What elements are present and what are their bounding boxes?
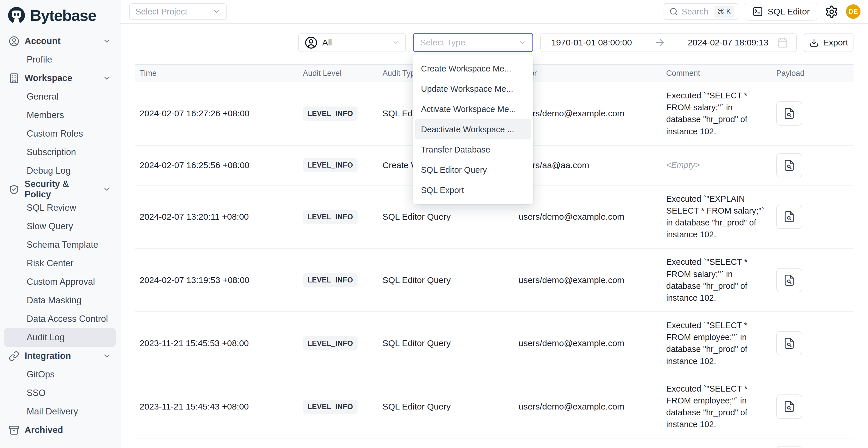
sidebar-item-sql-review[interactable]: SQL Review — [4, 198, 116, 217]
export-label: Export — [823, 38, 848, 47]
payload-view-button[interactable] — [776, 268, 802, 292]
brand-name: Bytebase — [30, 6, 96, 24]
payload-view-button[interactable] — [776, 153, 802, 178]
cell-actor: users/demo@example.com — [519, 402, 666, 412]
audit-level-badge: LEVEL_INFO — [303, 273, 358, 287]
sidebar-item-profile[interactable]: Profile — [4, 50, 116, 69]
cell-actor: users/demo@example.com — [519, 275, 666, 285]
type-filter-placeholder: Select Type — [420, 38, 465, 47]
sql-editor-button[interactable]: SQL Editor — [745, 3, 817, 21]
avatar-initials: DE — [848, 8, 858, 15]
sidebar-section-workspace[interactable]: Workspace — [4, 69, 116, 87]
cell-time: 2023-11-21 15:45:43 +08:00 — [135, 402, 303, 412]
payload-view-button[interactable] — [776, 446, 802, 448]
sql-editor-label: SQL Editor — [768, 7, 810, 17]
payload-view-button[interactable] — [776, 331, 802, 355]
sidebar-section-security-policy[interactable]: Security & Policy — [4, 180, 116, 198]
sidebar-item-general[interactable]: General — [4, 87, 116, 106]
payload-view-button[interactable] — [776, 394, 802, 419]
user-circle-icon — [305, 36, 318, 49]
cell-time: 2023-11-21 15:45:53 +08:00 — [135, 338, 303, 348]
cell-time: 2024-02-07 16:25:56 +08:00 — [135, 160, 303, 170]
column-header-audit-level: Audit Level — [303, 69, 382, 78]
audit-level-badge: LEVEL_INFO — [303, 210, 358, 224]
cell-actor: users/demo@example.com — [519, 108, 666, 118]
project-select-label: Select Project — [135, 7, 187, 17]
search-input[interactable]: Search ⌘ K — [663, 3, 738, 20]
cell-comment: Executed `"SELECT * FROM employee;"` in … — [666, 320, 776, 367]
cell-comment: Executed `"SELECT * FROM employee;"` in … — [666, 383, 776, 430]
cell-audit-type: SQL Editor Query — [382, 338, 519, 348]
sidebar-nav: AccountProfileWorkspaceGeneralMembersCus… — [0, 31, 120, 439]
chevron-down-icon — [102, 37, 111, 45]
sidebar-item-risk-center[interactable]: Risk Center — [4, 254, 116, 273]
sidebar-item-data-access-control[interactable]: Data Access Control — [4, 310, 116, 328]
cell-actor: users/aa@aa.com — [519, 160, 666, 170]
cell-comment: <Empty> — [666, 159, 776, 171]
sidebar-item-data-masking[interactable]: Data Masking — [4, 291, 116, 310]
column-header-comment: Comment — [666, 69, 776, 78]
type-option[interactable]: Deactivate Workspace ... — [415, 119, 531, 139]
payload-view-button[interactable] — [776, 204, 802, 229]
search-placeholder: Search — [682, 7, 708, 17]
table-row: 2024-02-07 13:19:53 +08:00LEVEL_INFOSQL … — [135, 249, 854, 312]
sidebar-section-integration[interactable]: Integration — [4, 347, 116, 365]
type-option[interactable]: Transfer Database — [415, 139, 531, 160]
search-shortcut-badge: ⌘ K — [714, 5, 735, 18]
table-row: 2023-11-21 15:45:43 +08:00LEVEL_INFOSQL … — [135, 375, 854, 439]
cell-audit-type: SQL Editor Query — [382, 212, 519, 222]
chevron-down-icon — [102, 74, 111, 83]
file-search-icon — [783, 211, 795, 223]
sidebar-item-slow-query[interactable]: Slow Query — [4, 217, 116, 235]
sidebar-item-audit-log[interactable]: Audit Log — [4, 328, 116, 347]
sidebar-item-sso[interactable]: SSO — [4, 384, 116, 402]
audit-level-badge: LEVEL_INFO — [303, 400, 358, 414]
sidebar-item-custom-roles[interactable]: Custom Roles — [4, 124, 116, 143]
chevron-down-icon — [102, 185, 111, 194]
audit-level-badge: LEVEL_INFO — [303, 336, 358, 350]
payload-view-button[interactable] — [776, 101, 802, 126]
empty-comment: <Empty> — [666, 160, 700, 169]
download-icon — [809, 38, 819, 47]
app-logo[interactable]: Bytebase — [0, 0, 120, 31]
avatar[interactable]: DE — [846, 4, 861, 19]
type-option[interactable]: Update Workspace Me... — [415, 79, 531, 99]
sidebar-section-label: Archived — [25, 425, 63, 435]
bytebase-logo-icon — [7, 6, 26, 24]
sidebar-item-schema-template[interactable]: Schema Template — [4, 235, 116, 254]
type-filter-select[interactable]: Select Type — [413, 33, 533, 52]
sidebar-item-mail-delivery[interactable]: Mail Delivery — [4, 402, 116, 421]
column-header-actor: Actor — [519, 69, 666, 78]
sidebar-section-label: Integration — [25, 351, 71, 361]
sidebar-item-debug-log[interactable]: Debug Log — [4, 161, 116, 180]
sidebar-item-subscription[interactable]: Subscription — [4, 143, 116, 161]
date-range-picker[interactable]: 1970-01-01 08:00:00 2024-02-07 18:09:13 — [540, 33, 797, 52]
export-button[interactable]: Export — [804, 33, 854, 52]
actor-filter-select[interactable]: All — [298, 33, 406, 52]
cell-actor: users/demo@example.com — [519, 338, 666, 348]
sidebar-section-label: Account — [25, 36, 61, 46]
sidebar-section-archived[interactable]: Archived — [4, 421, 116, 439]
type-option[interactable]: Create Workspace Me... — [415, 59, 531, 79]
type-option[interactable]: SQL Editor Query — [415, 160, 531, 180]
table-row: 2023-11-04 22:48:30 +08:00LEVEL_INFOCrea… — [135, 439, 854, 448]
audit-log-page: All Select Type 1970-01-01 08:00:00 2024… — [120, 24, 868, 448]
project-select[interactable]: Select Project — [129, 3, 227, 20]
table-row: 2023-11-21 15:45:53 +08:00LEVEL_INFOSQL … — [135, 312, 854, 375]
audit-level-badge: LEVEL_INFO — [303, 106, 358, 121]
terminal-icon — [752, 6, 763, 17]
sidebar-section-account[interactable]: Account — [4, 32, 116, 50]
cell-time: 2024-02-07 13:20:11 +08:00 — [135, 212, 303, 222]
cell-comment: Executed `"SELECT * FROM salary;"` in da… — [666, 90, 776, 137]
cell-audit-type: SQL Editor Query — [382, 402, 519, 412]
link-icon — [9, 351, 20, 361]
cell-time: 2024-02-07 16:27:26 +08:00 — [135, 108, 303, 118]
sidebar-item-gitops[interactable]: GitOps — [4, 365, 116, 384]
sidebar-item-custom-approval[interactable]: Custom Approval — [4, 273, 116, 291]
gear-icon[interactable] — [825, 5, 838, 19]
file-search-icon — [783, 401, 795, 413]
sidebar-item-members[interactable]: Members — [4, 106, 116, 124]
type-option[interactable]: Activate Workspace Me... — [415, 99, 531, 119]
type-option[interactable]: SQL Export — [415, 180, 531, 200]
chevron-down-icon — [519, 39, 526, 46]
